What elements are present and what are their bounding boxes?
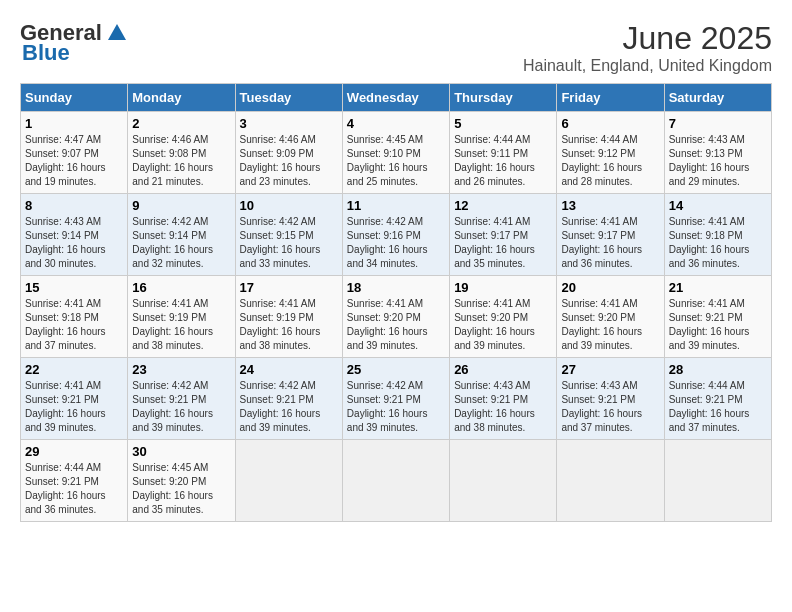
title-block: June 2025 Hainault, England, United King… (523, 20, 772, 75)
day-number: 22 (25, 362, 123, 377)
calendar-cell: 22Sunrise: 4:41 AMSunset: 9:21 PMDayligh… (21, 358, 128, 440)
day-number: 2 (132, 116, 230, 131)
calendar-cell: 6Sunrise: 4:44 AMSunset: 9:12 PMDaylight… (557, 112, 664, 194)
calendar-cell: 11Sunrise: 4:42 AMSunset: 9:16 PMDayligh… (342, 194, 449, 276)
day-number: 28 (669, 362, 767, 377)
day-info: Sunrise: 4:42 AMSunset: 9:21 PMDaylight:… (347, 379, 445, 435)
logo: General Blue (20, 20, 128, 66)
calendar-week-row: 15Sunrise: 4:41 AMSunset: 9:18 PMDayligh… (21, 276, 772, 358)
day-info: Sunrise: 4:43 AMSunset: 9:21 PMDaylight:… (454, 379, 552, 435)
calendar-cell: 10Sunrise: 4:42 AMSunset: 9:15 PMDayligh… (235, 194, 342, 276)
calendar-cell: 24Sunrise: 4:42 AMSunset: 9:21 PMDayligh… (235, 358, 342, 440)
day-info: Sunrise: 4:41 AMSunset: 9:19 PMDaylight:… (132, 297, 230, 353)
day-info: Sunrise: 4:41 AMSunset: 9:21 PMDaylight:… (669, 297, 767, 353)
calendar-cell: 28Sunrise: 4:44 AMSunset: 9:21 PMDayligh… (664, 358, 771, 440)
day-number: 16 (132, 280, 230, 295)
calendar-week-row: 29Sunrise: 4:44 AMSunset: 9:21 PMDayligh… (21, 440, 772, 522)
calendar-cell: 27Sunrise: 4:43 AMSunset: 9:21 PMDayligh… (557, 358, 664, 440)
logo-icon (106, 22, 128, 44)
calendar-cell: 3Sunrise: 4:46 AMSunset: 9:09 PMDaylight… (235, 112, 342, 194)
day-info: Sunrise: 4:42 AMSunset: 9:21 PMDaylight:… (240, 379, 338, 435)
day-number: 20 (561, 280, 659, 295)
calendar-cell: 12Sunrise: 4:41 AMSunset: 9:17 PMDayligh… (450, 194, 557, 276)
day-info: Sunrise: 4:45 AMSunset: 9:10 PMDaylight:… (347, 133, 445, 189)
day-number: 12 (454, 198, 552, 213)
day-number: 24 (240, 362, 338, 377)
calendar-cell: 13Sunrise: 4:41 AMSunset: 9:17 PMDayligh… (557, 194, 664, 276)
calendar-cell: 15Sunrise: 4:41 AMSunset: 9:18 PMDayligh… (21, 276, 128, 358)
day-info: Sunrise: 4:44 AMSunset: 9:11 PMDaylight:… (454, 133, 552, 189)
header-thursday: Thursday (450, 84, 557, 112)
day-number: 10 (240, 198, 338, 213)
calendar-cell: 20Sunrise: 4:41 AMSunset: 9:20 PMDayligh… (557, 276, 664, 358)
day-info: Sunrise: 4:46 AMSunset: 9:08 PMDaylight:… (132, 133, 230, 189)
calendar-cell: 5Sunrise: 4:44 AMSunset: 9:11 PMDaylight… (450, 112, 557, 194)
day-info: Sunrise: 4:41 AMSunset: 9:20 PMDaylight:… (347, 297, 445, 353)
day-number: 3 (240, 116, 338, 131)
day-info: Sunrise: 4:41 AMSunset: 9:17 PMDaylight:… (454, 215, 552, 271)
calendar-cell: 23Sunrise: 4:42 AMSunset: 9:21 PMDayligh… (128, 358, 235, 440)
day-number: 14 (669, 198, 767, 213)
day-number: 25 (347, 362, 445, 377)
calendar-week-row: 8Sunrise: 4:43 AMSunset: 9:14 PMDaylight… (21, 194, 772, 276)
day-number: 11 (347, 198, 445, 213)
calendar-cell: 30Sunrise: 4:45 AMSunset: 9:20 PMDayligh… (128, 440, 235, 522)
day-info: Sunrise: 4:41 AMSunset: 9:19 PMDaylight:… (240, 297, 338, 353)
day-number: 19 (454, 280, 552, 295)
day-number: 8 (25, 198, 123, 213)
header-sunday: Sunday (21, 84, 128, 112)
header-saturday: Saturday (664, 84, 771, 112)
calendar-table: SundayMondayTuesdayWednesdayThursdayFrid… (20, 83, 772, 522)
day-number: 9 (132, 198, 230, 213)
calendar-cell: 2Sunrise: 4:46 AMSunset: 9:08 PMDaylight… (128, 112, 235, 194)
calendar-cell: 29Sunrise: 4:44 AMSunset: 9:21 PMDayligh… (21, 440, 128, 522)
day-info: Sunrise: 4:43 AMSunset: 9:14 PMDaylight:… (25, 215, 123, 271)
day-number: 29 (25, 444, 123, 459)
header-tuesday: Tuesday (235, 84, 342, 112)
calendar-cell: 19Sunrise: 4:41 AMSunset: 9:20 PMDayligh… (450, 276, 557, 358)
day-number: 30 (132, 444, 230, 459)
day-number: 15 (25, 280, 123, 295)
day-info: Sunrise: 4:42 AMSunset: 9:15 PMDaylight:… (240, 215, 338, 271)
day-info: Sunrise: 4:43 AMSunset: 9:13 PMDaylight:… (669, 133, 767, 189)
day-info: Sunrise: 4:42 AMSunset: 9:21 PMDaylight:… (132, 379, 230, 435)
header-friday: Friday (557, 84, 664, 112)
page-header: General Blue June 2025 Hainault, England… (20, 20, 772, 75)
calendar-header-row: SundayMondayTuesdayWednesdayThursdayFrid… (21, 84, 772, 112)
calendar-cell (664, 440, 771, 522)
day-number: 13 (561, 198, 659, 213)
day-number: 26 (454, 362, 552, 377)
day-number: 18 (347, 280, 445, 295)
day-info: Sunrise: 4:46 AMSunset: 9:09 PMDaylight:… (240, 133, 338, 189)
day-info: Sunrise: 4:41 AMSunset: 9:18 PMDaylight:… (25, 297, 123, 353)
day-number: 7 (669, 116, 767, 131)
calendar-cell: 7Sunrise: 4:43 AMSunset: 9:13 PMDaylight… (664, 112, 771, 194)
day-number: 27 (561, 362, 659, 377)
calendar-cell (450, 440, 557, 522)
day-info: Sunrise: 4:41 AMSunset: 9:18 PMDaylight:… (669, 215, 767, 271)
calendar-cell: 18Sunrise: 4:41 AMSunset: 9:20 PMDayligh… (342, 276, 449, 358)
day-info: Sunrise: 4:47 AMSunset: 9:07 PMDaylight:… (25, 133, 123, 189)
calendar-cell: 4Sunrise: 4:45 AMSunset: 9:10 PMDaylight… (342, 112, 449, 194)
day-number: 5 (454, 116, 552, 131)
day-number: 17 (240, 280, 338, 295)
calendar-cell: 25Sunrise: 4:42 AMSunset: 9:21 PMDayligh… (342, 358, 449, 440)
day-info: Sunrise: 4:44 AMSunset: 9:21 PMDaylight:… (669, 379, 767, 435)
day-info: Sunrise: 4:44 AMSunset: 9:21 PMDaylight:… (25, 461, 123, 517)
calendar-week-row: 22Sunrise: 4:41 AMSunset: 9:21 PMDayligh… (21, 358, 772, 440)
calendar-cell (342, 440, 449, 522)
calendar-cell (557, 440, 664, 522)
day-info: Sunrise: 4:42 AMSunset: 9:14 PMDaylight:… (132, 215, 230, 271)
calendar-cell: 26Sunrise: 4:43 AMSunset: 9:21 PMDayligh… (450, 358, 557, 440)
calendar-title: June 2025 (523, 20, 772, 57)
day-info: Sunrise: 4:41 AMSunset: 9:17 PMDaylight:… (561, 215, 659, 271)
day-info: Sunrise: 4:41 AMSunset: 9:20 PMDaylight:… (561, 297, 659, 353)
day-info: Sunrise: 4:41 AMSunset: 9:20 PMDaylight:… (454, 297, 552, 353)
header-wednesday: Wednesday (342, 84, 449, 112)
day-info: Sunrise: 4:43 AMSunset: 9:21 PMDaylight:… (561, 379, 659, 435)
day-number: 4 (347, 116, 445, 131)
calendar-cell: 9Sunrise: 4:42 AMSunset: 9:14 PMDaylight… (128, 194, 235, 276)
calendar-subtitle: Hainault, England, United Kingdom (523, 57, 772, 75)
calendar-week-row: 1Sunrise: 4:47 AMSunset: 9:07 PMDaylight… (21, 112, 772, 194)
day-info: Sunrise: 4:44 AMSunset: 9:12 PMDaylight:… (561, 133, 659, 189)
